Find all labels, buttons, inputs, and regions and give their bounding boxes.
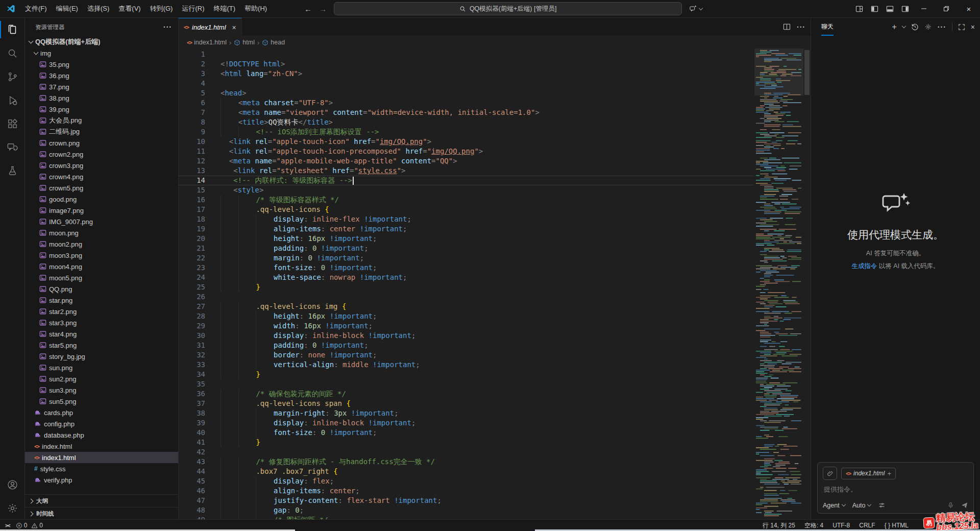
tree-item-crown3.png[interactable]: crown3.png — [25, 160, 178, 171]
tree-item-img[interactable]: img — [25, 47, 178, 59]
tree-item-star5.png[interactable]: star5.png — [25, 340, 178, 351]
tree-item-IMG_9007.png[interactable]: IMG_9007.png — [25, 216, 178, 227]
tree-item-star3.png[interactable]: star3.png — [25, 317, 178, 328]
model-selector[interactable]: Auto — [852, 502, 871, 509]
customize-layout-icon[interactable] — [851, 0, 867, 17]
tree-item-moon2.png[interactable]: moon2.png — [25, 238, 178, 250]
tree-item-sun3.png[interactable]: sun3.png — [25, 384, 178, 396]
tree-item-sun2.png[interactable]: sun2.png — [25, 373, 178, 384]
activity-testing-icon[interactable] — [0, 159, 24, 182]
menu-go[interactable]: 转到(G) — [145, 0, 178, 17]
tree-item-star.png[interactable]: star.png — [25, 295, 178, 306]
tree-item-crown5.png[interactable]: crown5.png — [25, 182, 178, 194]
tree-item-大会员.png[interactable]: 大会员.png — [25, 115, 178, 126]
menu-run[interactable]: 运行(R) — [177, 0, 209, 17]
breadcrumb-item-index1.html[interactable]: <>index1.html — [187, 39, 227, 46]
editor-scrollbar[interactable] — [803, 49, 811, 520]
activity-settings-icon[interactable] — [0, 496, 24, 520]
tree-item-moon5.png[interactable]: moon5.png — [25, 272, 178, 283]
voice-mic-icon[interactable] — [947, 501, 954, 509]
toggle-panel-icon[interactable] — [882, 0, 897, 17]
remote-indicator[interactable]: >< — [5, 522, 10, 528]
activity-accounts-icon[interactable] — [0, 473, 24, 496]
tree-item-story_bg.jpg[interactable]: story_bg.jpg — [25, 351, 178, 362]
tree-item-crown4.png[interactable]: crown4.png — [25, 171, 178, 182]
menu-terminal[interactable]: 终端(T) — [209, 0, 240, 17]
chat-mode-selector[interactable]: Agent — [823, 502, 845, 509]
tree-item-good.png[interactable]: good.png — [25, 194, 178, 205]
cursor-position[interactable]: 行 14, 列 25 — [763, 521, 795, 530]
send-icon[interactable] — [961, 501, 968, 509]
indentation[interactable]: 空格: 4 — [804, 521, 823, 530]
encoding[interactable]: UTF-8 — [832, 522, 850, 529]
tree-item-moon.png[interactable]: moon.png — [25, 227, 178, 238]
breadcrumb[interactable]: <>index1.html›html›head — [179, 36, 811, 49]
tree-item-cards.php[interactable]: cards.php — [25, 407, 178, 418]
chat-input-box[interactable]: <> index1.html + 提供指令。 Agent Auto — [817, 462, 974, 514]
forward-button[interactable]: → — [319, 5, 327, 13]
add-context-icon[interactable]: + — [887, 470, 891, 477]
tree-item-sun5.png[interactable]: sun5.png — [25, 396, 178, 407]
back-button[interactable]: ← — [304, 5, 312, 13]
scrollbar-thumb[interactable] — [804, 50, 810, 95]
activity-run-and-debug-icon[interactable] — [0, 88, 24, 112]
tab-index1-html[interactable]: <> index1.html × — [179, 18, 242, 36]
generate-instructions-link[interactable]: 生成指令 — [851, 262, 877, 270]
toggle-secondary-sidebar-icon[interactable] — [897, 0, 913, 17]
toggle-primary-sidebar-icon[interactable] — [867, 0, 882, 17]
activity-chat-icon[interactable] — [0, 135, 24, 159]
tree-item-sun.png[interactable]: sun.png — [25, 362, 178, 373]
command-center-search[interactable]: QQ模拟器(前端+后端) [管理员] — [334, 2, 682, 15]
activity-extensions-icon[interactable] — [0, 112, 24, 135]
editor-more-actions-icon[interactable]: ··· — [797, 23, 805, 31]
tree-item-moon3.png[interactable]: moon3.png — [25, 250, 178, 261]
restore-button[interactable] — [935, 0, 958, 17]
tree-item-37.png[interactable]: 37.png — [25, 81, 178, 92]
menu-view[interactable]: 查看(V) — [114, 0, 145, 17]
language-mode[interactable]: { } HTML — [885, 522, 909, 529]
chat-input-placeholder[interactable]: 提供指令。 — [823, 480, 968, 501]
tree-item-database.php[interactable]: database.php — [25, 429, 178, 441]
activity-source-control-icon[interactable] — [0, 65, 24, 88]
menu-edit[interactable]: 编辑(E) — [52, 0, 83, 17]
tree-item-二维码.jpg[interactable]: 二维码.jpg — [25, 126, 178, 137]
tree-item-QQ.png[interactable]: QQ.png — [25, 283, 178, 295]
code-editor[interactable]: 12<!DOCTYPE html>3<html lang="zh-CN">45<… — [179, 49, 811, 520]
problems-indicator[interactable]: 0 0 — [16, 522, 43, 529]
timeline-section[interactable]: 时间线 — [25, 507, 178, 520]
copilot-menu-button[interactable] — [689, 5, 702, 13]
minimize-button[interactable] — [913, 0, 935, 17]
menu-selection[interactable]: 选择(S) — [83, 0, 114, 17]
tab-close-icon[interactable]: × — [232, 23, 236, 32]
menu-file[interactable]: 文件(F) — [20, 0, 52, 17]
menu-help[interactable]: 帮助(H) — [240, 0, 272, 17]
file-tree[interactable]: QQ模拟器(前端+后端)img35.png36.png37.png38.png3… — [25, 36, 178, 494]
split-editor-icon[interactable] — [783, 23, 791, 31]
tree-item-image7.png[interactable]: image7.png — [25, 205, 178, 216]
tree-item-config.php[interactable]: config.php — [25, 418, 178, 429]
tree-item-verify.php[interactable]: verify.php — [25, 474, 178, 486]
activity-search-icon[interactable] — [0, 41, 24, 65]
explorer-more-actions-icon[interactable]: ··· — [163, 23, 172, 31]
minimap[interactable] — [754, 49, 803, 520]
eol-sequence[interactable]: CRLF — [859, 522, 875, 529]
tree-item-crown.png[interactable]: crown.png — [25, 137, 178, 149]
tree-item-39.png[interactable]: 39.png — [25, 104, 178, 115]
tree-item-index.html[interactable]: <>index.html — [25, 441, 178, 452]
attach-context-button[interactable] — [823, 467, 837, 480]
tree-item-crown2.png[interactable]: crown2.png — [25, 149, 178, 160]
activity-explorer-icon[interactable] — [0, 18, 24, 41]
tree-item-QQ模拟器(前端+后端)[interactable]: QQ模拟器(前端+后端) — [25, 36, 178, 47]
tree-item-star2.png[interactable]: star2.png — [25, 306, 178, 317]
breadcrumb-item-head[interactable]: head — [262, 39, 285, 46]
breadcrumb-item-html[interactable]: html — [234, 39, 255, 46]
tree-item-index1.html[interactable]: <>index1.html — [25, 452, 178, 463]
tree-item-star4.png[interactable]: star4.png — [25, 328, 178, 340]
tree-item-38.png[interactable]: 38.png — [25, 92, 178, 104]
outline-section[interactable]: 大纲 — [25, 495, 178, 507]
tree-item-style.css[interactable]: #style.css — [25, 463, 178, 474]
tree-item-36.png[interactable]: 36.png — [25, 70, 178, 81]
context-file-chip[interactable]: <> index1.html + — [841, 468, 896, 479]
close-window-button[interactable]: × — [958, 0, 980, 17]
tree-item-moon4.png[interactable]: moon4.png — [25, 261, 178, 272]
